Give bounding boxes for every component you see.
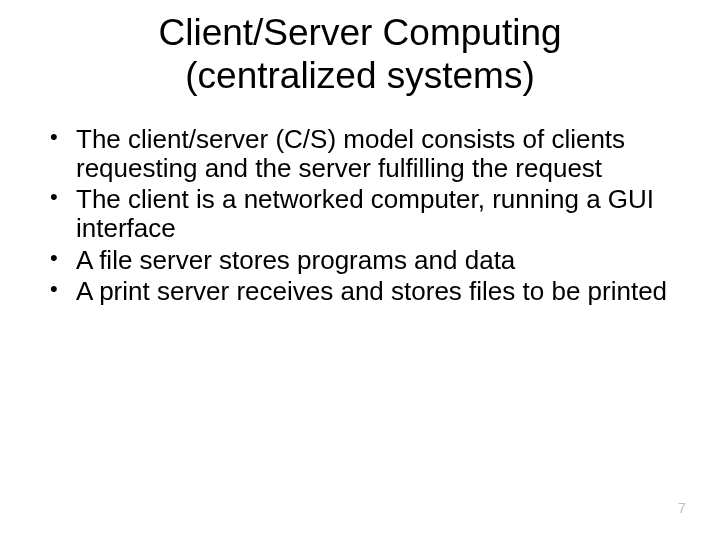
page-number: 7 [678,499,686,516]
list-item: A file server stores programs and data [48,246,680,275]
list-item: A print server receives and stores files… [48,277,680,306]
list-item: The client/server (C/S) model consists o… [48,125,680,183]
bullet-list: The client/server (C/S) model consists o… [40,125,680,306]
title-line-2: (centralized systems) [185,55,535,96]
slide: Client/Server Computing (centralized sys… [0,0,720,540]
title-line-1: Client/Server Computing [158,12,561,53]
list-item: The client is a networked computer, runn… [48,185,680,243]
slide-title: Client/Server Computing (centralized sys… [40,12,680,97]
